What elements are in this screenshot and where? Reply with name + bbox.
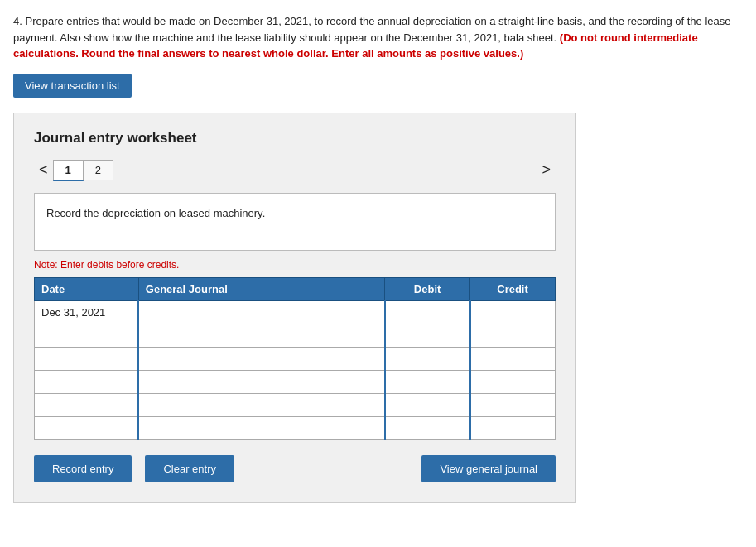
credit-input-2[interactable] xyxy=(471,324,555,347)
journal-input-1[interactable] xyxy=(139,301,383,324)
date-cell-3 xyxy=(35,347,139,370)
date-cell-6 xyxy=(35,416,139,439)
journal-table: Date General Journal Debit Credit Dec 31… xyxy=(34,277,556,440)
worksheet-container: Journal entry worksheet < 1 2 > Record t… xyxy=(13,113,576,503)
journal-input-cell-4[interactable] xyxy=(138,370,384,393)
debit-input-cell-1[interactable] xyxy=(385,300,470,324)
journal-input-cell-1[interactable] xyxy=(138,300,384,324)
date-cell-4 xyxy=(35,370,139,393)
date-cell-2 xyxy=(35,324,139,347)
question-instruction: (Do not round intermediate calculations.… xyxy=(13,31,698,60)
debit-input-cell-2[interactable] xyxy=(385,324,470,347)
date-cell-1: Dec 31, 2021 xyxy=(35,300,139,324)
question-number: 4. xyxy=(13,15,22,27)
debit-input-cell-5[interactable] xyxy=(385,393,470,416)
header-credit: Credit xyxy=(470,277,556,300)
buttons-row: Record entry Clear entry View general jo… xyxy=(34,455,556,482)
journal-input-4[interactable] xyxy=(139,371,383,393)
next-arrow[interactable]: > xyxy=(537,160,556,180)
journal-input-2[interactable] xyxy=(139,324,383,347)
journal-input-cell-5[interactable] xyxy=(138,393,384,416)
table-row xyxy=(35,370,556,393)
debit-input-5[interactable] xyxy=(386,394,469,416)
debit-input-cell-4[interactable] xyxy=(385,370,470,393)
credit-input-cell-3[interactable] xyxy=(470,347,556,370)
debit-input-4[interactable] xyxy=(386,371,469,393)
clear-entry-button[interactable]: Clear entry xyxy=(145,455,234,482)
credit-input-cell-6[interactable] xyxy=(470,416,556,439)
journal-input-3[interactable] xyxy=(139,348,383,370)
credit-input-1[interactable] xyxy=(471,301,555,324)
debit-input-1[interactable] xyxy=(386,301,469,324)
journal-input-5[interactable] xyxy=(139,394,383,416)
worksheet-title: Journal entry worksheet xyxy=(34,130,556,146)
prev-arrow[interactable]: < xyxy=(34,160,53,180)
table-row xyxy=(35,393,556,416)
credit-input-6[interactable] xyxy=(471,417,555,439)
table-row: Dec 31, 2021 xyxy=(35,300,556,324)
table-row xyxy=(35,324,556,347)
table-row xyxy=(35,416,556,439)
question-body: Prepare entries that would be made on De… xyxy=(13,15,731,60)
header-debit: Debit xyxy=(385,277,470,300)
journal-input-cell-2[interactable] xyxy=(138,324,384,347)
description-text: Record the depreciation on leased machin… xyxy=(46,207,265,219)
debit-input-cell-6[interactable] xyxy=(385,416,470,439)
credit-input-cell-5[interactable] xyxy=(470,393,556,416)
date-cell-5 xyxy=(35,393,139,416)
note-text: Note: Enter debits before credits. xyxy=(34,259,556,271)
nav-row: < 1 2 > xyxy=(34,160,556,181)
debit-input-6[interactable] xyxy=(386,417,469,439)
view-general-journal-button[interactable]: View general journal xyxy=(421,455,556,482)
credit-input-cell-1[interactable] xyxy=(470,300,556,324)
debit-input-cell-3[interactable] xyxy=(385,347,470,370)
credit-input-4[interactable] xyxy=(471,371,555,393)
record-entry-button[interactable]: Record entry xyxy=(34,455,132,482)
journal-input-6[interactable] xyxy=(139,417,383,439)
debit-input-2[interactable] xyxy=(386,324,469,347)
question-text: 4. Prepare entries that would be made on… xyxy=(13,13,734,62)
journal-input-cell-6[interactable] xyxy=(138,416,384,439)
header-journal: General Journal xyxy=(138,277,384,300)
tab-2[interactable]: 2 xyxy=(84,160,113,180)
credit-input-cell-4[interactable] xyxy=(470,370,556,393)
credit-input-cell-2[interactable] xyxy=(470,324,556,347)
description-box: Record the depreciation on leased machin… xyxy=(34,193,556,251)
view-transaction-button[interactable]: View transaction list xyxy=(13,74,132,98)
journal-input-cell-3[interactable] xyxy=(138,347,384,370)
table-row xyxy=(35,347,556,370)
credit-input-3[interactable] xyxy=(471,348,555,370)
tab-1[interactable]: 1 xyxy=(53,160,84,181)
header-date: Date xyxy=(35,277,139,300)
credit-input-5[interactable] xyxy=(471,394,555,416)
debit-input-3[interactable] xyxy=(386,348,469,370)
